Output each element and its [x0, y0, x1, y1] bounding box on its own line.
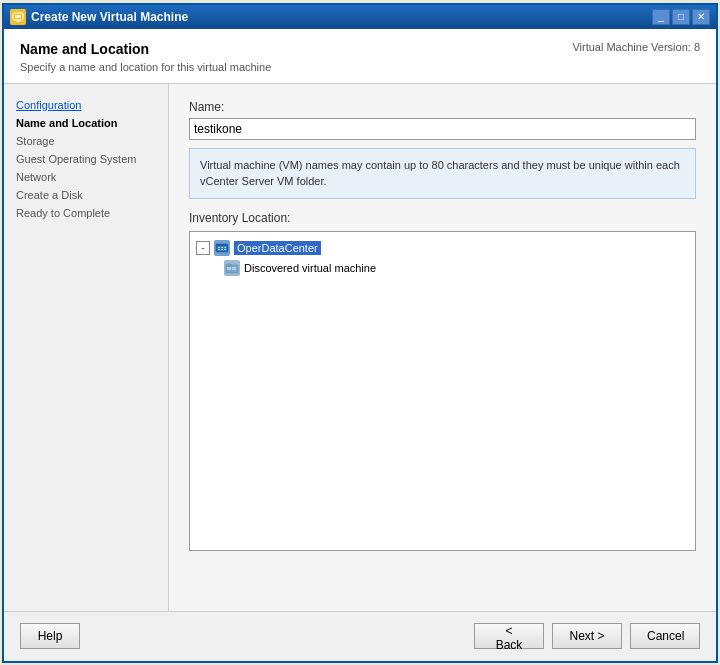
sidebar-item-storage[interactable]: Storage [12, 132, 160, 150]
sidebar-item-name-location[interactable]: Name and Location [12, 114, 160, 132]
main-content: Name: Virtual machine (VM) names may con… [169, 84, 716, 611]
vm-icon [10, 9, 26, 25]
content-area: Configuration Name and Location Storage … [4, 84, 716, 611]
svg-rect-5 [217, 246, 227, 251]
title-bar-left: Create New Virtual Machine [10, 9, 188, 25]
name-label: Name: [189, 100, 696, 114]
svg-rect-15 [232, 267, 236, 270]
help-button[interactable]: Help [20, 623, 80, 649]
title-bar: Create New Virtual Machine _ □ ✕ [4, 5, 716, 29]
back-button[interactable]: < Back [474, 623, 544, 649]
svg-rect-6 [218, 247, 220, 248]
main-window: Create New Virtual Machine _ □ ✕ Name an… [2, 3, 718, 663]
tree-child-container: Discovered virtual machine [224, 258, 689, 278]
maximize-button[interactable]: □ [672, 9, 690, 25]
header-title: Name and Location [20, 41, 271, 57]
footer-left: Help [20, 623, 80, 649]
tree-root-item[interactable]: - OperDataCenter [196, 238, 689, 258]
header-text: Name and Location Specify a name and loc… [20, 41, 271, 73]
cancel-button[interactable]: Cancel [630, 623, 700, 649]
sidebar: Configuration Name and Location Storage … [4, 84, 169, 611]
svg-rect-10 [221, 249, 223, 250]
header-version: Virtual Machine Version: 8 [572, 41, 700, 53]
sidebar-item-create-disk[interactable]: Create a Disk [12, 186, 160, 204]
tree-child-label: Discovered virtual machine [244, 262, 376, 274]
sidebar-item-configuration[interactable]: Configuration [12, 96, 160, 114]
header-section: Name and Location Specify a name and loc… [4, 29, 716, 84]
title-bar-controls: _ □ ✕ [652, 9, 710, 25]
datacenter-icon [214, 240, 230, 256]
tree-child-item[interactable]: Discovered virtual machine [224, 258, 689, 278]
info-box: Virtual machine (VM) names may contain u… [189, 148, 696, 199]
sidebar-item-network[interactable]: Network [12, 168, 160, 186]
tree-root-label: OperDataCenter [234, 241, 321, 255]
window-title: Create New Virtual Machine [31, 10, 188, 24]
next-button[interactable]: Next > [552, 623, 622, 649]
header-subtitle: Specify a name and location for this vir… [20, 61, 271, 73]
svg-rect-11 [224, 249, 226, 250]
footer-right: < Back Next > Cancel [474, 623, 700, 649]
vm-folder-icon [224, 260, 240, 276]
info-text: Virtual machine (VM) names may contain u… [200, 159, 680, 188]
svg-rect-1 [15, 15, 21, 18]
svg-rect-9 [218, 249, 220, 250]
close-button[interactable]: ✕ [692, 9, 710, 25]
tree-container: - OperDataCenter [189, 231, 696, 551]
footer: Help < Back Next > Cancel [4, 611, 716, 661]
sidebar-item-ready[interactable]: Ready to Complete [12, 204, 160, 222]
svg-rect-14 [227, 267, 231, 270]
name-input[interactable] [189, 118, 696, 140]
inventory-label: Inventory Location: [189, 211, 696, 225]
svg-rect-13 [226, 264, 231, 266]
tree-expand-btn[interactable]: - [196, 241, 210, 255]
minimize-button[interactable]: _ [652, 9, 670, 25]
svg-rect-8 [224, 247, 226, 248]
sidebar-item-guest-os[interactable]: Guest Operating System [12, 150, 160, 168]
svg-rect-7 [221, 247, 223, 248]
